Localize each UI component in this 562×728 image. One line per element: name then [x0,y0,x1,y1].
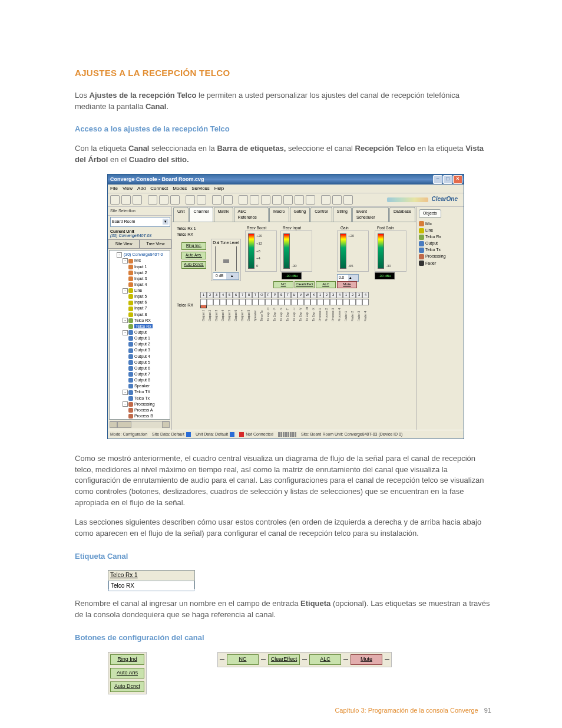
signal-button-mute[interactable]: Mute [351,654,382,665]
tb-icon[interactable] [272,195,282,205]
tree-item[interactable]: Input 4 [111,282,168,288]
left-tab[interactable]: Site View [108,239,140,249]
matrix-cell[interactable] [330,299,336,305]
objects-item[interactable]: Telco Rx [419,234,461,240]
matrix-cell[interactable] [285,299,291,305]
objects-item[interactable]: Line [419,228,461,233]
cfg-button[interactable]: Ring Ind. [181,242,206,250]
tree-item[interactable]: Output 1 [111,335,168,341]
cfg-button[interactable]: Auto Dcnct. [181,261,206,269]
matrix-cell[interactable] [246,299,252,305]
matrix-cell[interactable] [291,299,297,305]
tree-item[interactable]: Input 6 [111,299,168,305]
tree-item[interactable]: Output 5 [111,360,168,365]
tree-group[interactable]: -Output [111,330,168,335]
tb-icon[interactable] [261,195,270,205]
objects-item[interactable]: Output [419,241,461,246]
objects-tab[interactable]: Objects [419,209,441,218]
matrix-cell[interactable] [343,299,349,305]
cfg-button-auto dcnct[interactable]: Auto Dcnct [110,681,144,692]
tree-item[interactable]: Output 7 [111,371,168,377]
tb-icon[interactable] [110,195,120,205]
matrix-cell[interactable] [213,299,220,305]
tree-item[interactable]: Output 3 [111,347,168,353]
tb-icon[interactable] [148,195,157,205]
tree-group[interactable]: -Processing [111,401,168,407]
matrix-cell[interactable] [323,299,330,305]
tree-item[interactable]: Input 1 [111,264,168,270]
scroll-thumb[interactable] [117,421,131,428]
objects-item[interactable]: Processing [419,253,461,259]
tree-item[interactable]: Input 8 [111,312,168,318]
tree-node[interactable]: - (30) Converge840T-0 [111,252,168,258]
tab-macro[interactable]: Macro [269,207,289,222]
tb-icon[interactable] [212,195,222,205]
matrix-cell[interactable] [226,299,233,305]
tb-icon[interactable] [197,195,206,205]
matrix-cell[interactable] [362,299,369,305]
matrix-cell[interactable] [239,299,246,305]
tree-group[interactable]: -Mic [111,258,168,263]
objects-item[interactable]: Telco Tx [419,247,461,253]
tree-item[interactable]: Process B [111,413,168,419]
matrix-cell[interactable] [336,299,343,305]
matrix-cell[interactable] [310,299,317,305]
signal-button-cleareffect[interactable]: ClearEffect [268,654,300,665]
tree-item[interactable]: Output 6 [111,365,168,371]
tab-aec reference[interactable]: AEC Reference [234,207,269,222]
tree-item[interactable]: Output 2 [111,341,168,347]
matrix-cell[interactable] [252,299,259,305]
cfg-button[interactable]: Auto Ans. [181,252,206,259]
tb-icon[interactable] [343,195,353,205]
maximize-button[interactable]: □ [443,175,452,184]
tree-group[interactable]: -Telco RX [111,318,168,324]
tab-matrix[interactable]: Matrix [214,207,233,222]
tab-database[interactable]: Database [389,207,415,222]
tb-icon[interactable] [321,195,330,205]
tab-gating[interactable]: Gating [290,207,310,222]
scroll-right-icon[interactable] [162,421,170,428]
tab-channel[interactable]: Channel [189,207,213,222]
label-input[interactable] [108,581,194,591]
matrix-cell[interactable] [265,299,272,305]
tb-icon[interactable] [133,195,142,205]
tb-icon[interactable] [332,195,342,205]
tree-item[interactable]: Input 5 [111,294,168,299]
minimize-button[interactable]: – [433,175,442,184]
site-selection-combo[interactable]: Board Room▾ [110,217,170,227]
tree-item[interactable]: Input 2 [111,270,168,276]
menu-add[interactable]: Add [137,186,146,191]
objects-item[interactable]: Mic [419,221,461,227]
tree-group[interactable]: -Telco TX [111,389,168,395]
dtl-spinner[interactable]: 0 dB▴ [213,272,239,280]
matrix-cell[interactable] [233,299,239,305]
menu-services[interactable]: Services [191,186,210,191]
tb-icon[interactable] [283,195,293,205]
spinner-up-down-icon[interactable]: ▴ [348,275,359,281]
tb-icon[interactable] [121,195,131,205]
matrix-cell[interactable] [278,299,285,305]
tree-group[interactable]: -Line [111,288,168,294]
objects-item[interactable]: Fader [419,261,461,266]
left-tab[interactable]: Tree View [140,239,171,249]
matrix-cell[interactable] [349,299,356,305]
tb-icon[interactable] [250,195,259,205]
tab-unit[interactable]: Unit [173,207,189,222]
tree-item[interactable]: Speaker [111,383,168,389]
menu-view[interactable]: View [123,186,133,191]
signal-button-alc[interactable]: ALC [316,281,336,288]
menu-help[interactable]: Help [214,186,224,191]
tb-icon[interactable] [170,195,180,205]
signal-button-alc[interactable]: ALC [309,654,341,665]
tree-item[interactable]: Output 8 [111,377,168,383]
matrix-cell[interactable] [207,299,213,305]
tb-icon[interactable] [239,195,248,205]
tb-icon[interactable] [223,195,233,205]
tree-item[interactable]: Process A [111,407,168,413]
spinner-up-down-icon[interactable]: ▴ [226,273,239,279]
tree-item[interactable]: Input 3 [111,276,168,282]
menu-file[interactable]: File [110,186,118,191]
h-scrollbar[interactable] [110,421,170,428]
cfg-button-auto ans[interactable]: Auto Ans [110,668,144,678]
matrix-cell[interactable] [356,299,362,305]
